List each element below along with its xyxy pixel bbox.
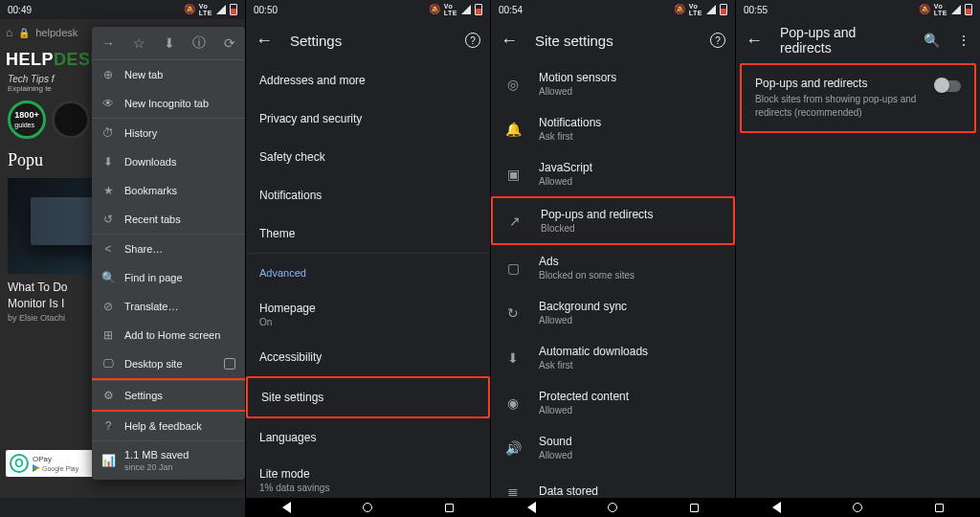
back-icon[interactable]: ← [501,31,518,51]
download-icon[interactable]: ⬇ [160,32,179,55]
menu-downloads[interactable]: ⬇Downloads [92,147,245,176]
toggle-switch[interactable] [936,80,961,92]
settings-theme[interactable]: Theme [246,214,490,253]
battery-icon [720,4,727,15]
checkbox[interactable] [224,358,235,370]
android-nav-bar [736,498,980,517]
home-icon[interactable]: ⌂ [6,26,12,39]
add-home-icon: ⊞ [101,328,115,342]
status-bar: 00:55 🔕VoLTE [736,0,980,19]
menu-history[interactable]: ⏱History [92,118,245,147]
popups-toggle-row[interactable]: Pop-ups and redirects Block sites from s… [742,65,974,131]
menu-help[interactable]: ?Help & feedback [92,412,245,440]
site-data-stored[interactable]: ≣Data stored [491,470,735,498]
battery-icon [965,4,972,15]
back-button[interactable] [527,502,536,513]
site-ads[interactable]: ▢AdsBlocked on some sites [491,245,735,290]
js-icon: ▣ [504,167,522,182]
info-icon[interactable]: ⓘ [189,31,210,56]
chart-icon: 📊 [101,454,115,467]
play-icon [33,464,40,472]
status-bar: 00:54 🔕VoLTE [491,0,735,19]
reload-icon[interactable]: ⟳ [220,32,239,55]
site-auto-downloads[interactable]: ⬇Automatic downloadsAsk first [491,335,735,380]
menu-recent-tabs[interactable]: ↺Recent tabs [92,205,245,234]
search-icon[interactable]: 🔍 [924,33,940,48]
menu-bookmarks[interactable]: ★Bookmarks [92,176,245,205]
settings-privacy[interactable]: Privacy and security [246,100,490,138]
menu-new-tab[interactable]: ⊕New tab [92,59,245,89]
menu-find[interactable]: 🔍Find in page [92,263,245,292]
settings-site-settings[interactable]: Site settings [248,378,488,416]
site-motion-sensors[interactable]: ◎Motion sensorsAllowed [491,61,735,106]
mute-icon: 🔕 [429,5,440,14]
back-button[interactable] [282,502,291,513]
menu-share[interactable]: <Share… [92,234,245,263]
recents-button[interactable] [935,504,944,512]
chrome-overflow-menu: → ☆ ⬇ ⓘ ⟳ ⊕New tab 👁New Incognito tab ⏱H… [92,27,245,480]
gear-icon: ⚙ [101,389,115,402]
plus-circle-icon: ⊕ [101,68,115,81]
back-icon[interactable]: ← [256,31,273,51]
menu-add-home[interactable]: ⊞Add to Home screen [92,321,245,349]
site-sound[interactable]: 🔊SoundAllowed [491,425,735,470]
lock-icon: 🔒 [18,28,30,38]
site-popups[interactable]: ↗Pop-ups and redirectsBlocked [493,198,733,243]
home-button[interactable] [853,503,862,512]
history-icon: ⏱ [101,126,115,140]
home-button[interactable] [608,503,617,512]
battery-icon [475,4,482,15]
toggle-label: Pop-ups and redirects [755,77,924,90]
translate-icon: ⊘ [101,300,115,313]
site-notifications[interactable]: 🔔NotificationsAsk first [491,106,735,151]
bell-icon: 🔔 [504,122,522,137]
site-settings-list[interactable]: ◎Motion sensorsAllowed 🔔NotificationsAsk… [491,61,735,498]
back-button[interactable] [772,502,781,513]
site-protected[interactable]: ◉Protected contentAllowed [491,380,735,425]
settings-addresses[interactable]: Addresses and more [246,61,490,100]
menu-desktop-site[interactable]: 🖵Desktop site [92,349,245,378]
settings-advanced-header: Advanced [246,253,490,291]
settings-safety[interactable]: Safety check [246,138,490,176]
ads-icon: ▢ [504,260,522,276]
help-icon[interactable]: ? [465,33,480,48]
help-icon: ? [101,419,115,433]
settings-accessibility[interactable]: Accessibility [246,338,490,376]
page-title: Pop-ups and redirects [780,25,906,56]
site-bg-sync[interactable]: ↻Background syncAllowed [491,290,735,335]
lte-label: VoLTE [689,3,702,16]
stat-guides: 1800+guides [8,101,46,139]
signal-icon [706,5,716,14]
back-icon[interactable]: ← [746,31,763,51]
settings-list[interactable]: Addresses and more Privacy and security … [246,61,490,498]
star-icon[interactable]: ☆ [129,32,149,55]
battery-icon [230,4,237,15]
recents-button[interactable] [690,504,699,512]
help-icon[interactable]: ? [710,33,725,48]
url-text: helpdesk [35,27,78,38]
download-icon: ⬇ [101,155,115,169]
signal-icon [461,5,471,14]
lte-label: VoLTE [199,3,212,16]
android-nav-bar [246,498,490,517]
settings-notifications[interactable]: Notifications [246,176,490,214]
settings-homepage[interactable]: HomepageOn [246,291,490,338]
menu-translate[interactable]: ⊘Translate… [92,292,245,321]
recents-button[interactable] [445,504,454,512]
recent-icon: ↺ [101,213,115,226]
star-icon: ★ [101,184,115,197]
mute-icon: 🔕 [674,5,685,14]
popup-icon: ↗ [506,214,523,229]
protected-icon: ◉ [504,395,522,411]
more-icon[interactable]: ⋮ [957,33,970,48]
menu-settings[interactable]: ⚙Settings [92,380,245,410]
settings-lite-mode[interactable]: Lite mode1% data savings [246,457,490,498]
menu-new-incognito[interactable]: 👁New Incognito tab [92,89,245,118]
site-javascript[interactable]: ▣JavaScriptAllowed [491,151,735,196]
status-bar: 00:50 🔕VoLTE [246,0,490,19]
home-button[interactable] [363,503,372,512]
settings-languages[interactable]: Languages [246,418,490,457]
forward-icon[interactable]: → [98,32,119,55]
site-settings-appbar: ← Site settings ? [491,19,735,61]
menu-data-saved[interactable]: 📊1.1 MB savedsince 20 Jan [92,440,245,480]
